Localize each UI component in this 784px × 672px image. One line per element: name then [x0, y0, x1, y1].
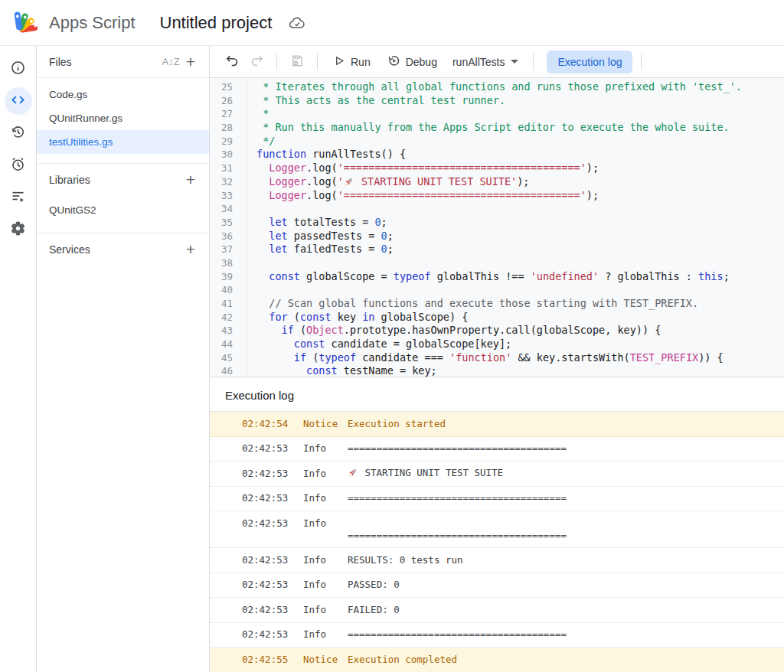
log-message: ======================================: [348, 492, 784, 504]
code-line[interactable]: 37 let failedTests = 0;: [210, 243, 784, 256]
run-button-label: Run: [351, 56, 371, 68]
code-line-content: *: [247, 107, 784, 121]
log-message: PASSED: 0: [348, 579, 784, 591]
save-lock-icon: [290, 54, 305, 70]
code-line-content: [247, 202, 784, 216]
file-item[interactable]: Code.gs: [37, 83, 209, 106]
log-type: Info: [303, 517, 348, 530]
log-message: ======================================: [348, 442, 784, 455]
log-timestamp: 02:42:53: [242, 628, 303, 641]
line-number: 26: [210, 94, 247, 108]
line-number: 40: [210, 283, 247, 297]
log-row: 02:42:53InfoFAILED: 0: [210, 598, 784, 623]
code-line[interactable]: 29 */: [210, 135, 784, 148]
overview-info-button[interactable]: [5, 55, 32, 83]
debug-button[interactable]: Debug: [380, 51, 445, 73]
log-row: 02:42:53Info ===========================…: [210, 511, 784, 548]
log-type: Info: [303, 628, 348, 641]
code-line-content: Logger.log(' STARTING UNIT TEST SUITE');: [247, 175, 784, 189]
left-icon-rail: [0, 46, 37, 672]
code-line[interactable]: 32 Logger.log(' STARTING UNIT TEST SUITE…: [210, 175, 784, 189]
execution-log-button[interactable]: Execution log: [547, 51, 632, 73]
code-line-content: Logger.log('============================…: [247, 189, 784, 203]
undo-button[interactable]: [220, 51, 243, 73]
run-play-icon: [334, 55, 345, 69]
code-line[interactable]: 46 const testName = key;: [210, 364, 784, 377]
log-timestamp: 02:42:53: [242, 604, 303, 616]
code-line[interactable]: 39 const globalScope = typeof globalThis…: [210, 270, 784, 284]
log-row: 02:42:55NoticeExecution completed: [210, 648, 784, 672]
triggers-button[interactable]: [5, 152, 32, 179]
function-selector-value: runAllTests: [452, 56, 505, 68]
line-number: 43: [210, 324, 247, 338]
log-type: Info: [303, 468, 348, 480]
code-line[interactable]: 44 const candidate = globalScope[key];: [210, 338, 784, 351]
code-line[interactable]: 26 * This acts as the central test runne…: [210, 94, 784, 108]
code-editor[interactable]: 25 * Iterates through all global functio…: [210, 78, 784, 377]
code-line-content: Logger.log('============================…: [247, 161, 784, 175]
code-line-content: */: [247, 135, 784, 148]
code-line[interactable]: 30function runAllTests() {: [210, 148, 784, 161]
code-line[interactable]: 40: [210, 283, 784, 297]
project-history-button[interactable]: [5, 119, 32, 147]
log-row: 02:42:53InfoRESULTS: 0 tests run: [210, 548, 784, 573]
log-timestamp: 02:42:55: [242, 654, 303, 666]
execution-log-panel: Execution log 02:42:54NoticeExecution st…: [210, 377, 784, 672]
executions-button[interactable]: [5, 184, 32, 211]
apps-script-logo: [12, 7, 41, 39]
code-line[interactable]: 27 *: [210, 107, 784, 121]
file-item[interactable]: testUtilities.gs: [37, 130, 209, 154]
log-type: Notice: [303, 654, 348, 666]
rocket-icon: [348, 468, 358, 481]
log-message: Execution completed: [348, 654, 784, 666]
redo-button[interactable]: [245, 51, 268, 73]
editor-nav-button[interactable]: [5, 87, 32, 115]
log-message: RESULTS: 0 tests run: [348, 554, 784, 566]
sort-files-icon[interactable]: A↕Z: [159, 54, 183, 69]
log-row: 02:42:53InfoPASSED: 0: [210, 573, 784, 599]
code-line[interactable]: 43 if (Object.prototype.hasOwnProperty.c…: [210, 324, 784, 338]
code-line[interactable]: 33 Logger.log('=========================…: [210, 189, 784, 203]
file-item[interactable]: QUnitRunner.gs: [37, 106, 209, 130]
run-button[interactable]: Run: [326, 51, 378, 73]
code-line-content: const globalScope = typeof globalThis !=…: [247, 270, 784, 284]
debug-icon: [387, 54, 400, 70]
library-item[interactable]: QUnitGS2: [37, 198, 209, 222]
line-number: 42: [210, 311, 247, 325]
log-type: Info: [303, 554, 348, 566]
log-timestamp: 02:42:53: [242, 442, 303, 455]
code-line-content: [247, 256, 784, 270]
log-rows: 02:42:54NoticeExecution started02:42:53I…: [210, 412, 784, 672]
code-line[interactable]: 42 for (const key in globalScope) {: [210, 311, 784, 325]
code-line[interactable]: 34: [210, 202, 784, 216]
code-line-content: if (typeof candidate === 'function' && k…: [247, 351, 784, 365]
code-line[interactable]: 28 * Run this manually from the Apps Scr…: [210, 121, 784, 135]
line-number: 33: [210, 189, 247, 203]
code-line[interactable]: 41 // Scan global functions and execute …: [210, 297, 784, 311]
app-name: Apps Script: [49, 13, 136, 33]
code-line-content: if (Object.prototype.hasOwnProperty.call…: [247, 324, 784, 338]
code-line-content: const candidate = globalScope[key];: [247, 338, 784, 351]
save-button-disabled[interactable]: [286, 51, 309, 73]
log-row: 02:42:53Info STARTING UNIT TEST SUITE: [210, 462, 784, 487]
code-line[interactable]: 38: [210, 256, 784, 270]
code-line[interactable]: 45 if (typeof candidate === 'function' &…: [210, 351, 784, 365]
top-header: Apps Script Untitled project: [0, 0, 784, 46]
project-title[interactable]: Untitled project: [160, 13, 273, 33]
code-line[interactable]: 36 let passedTests = 0;: [210, 230, 784, 243]
project-settings-button[interactable]: [5, 216, 32, 243]
log-row: 02:42:53Info============================…: [210, 487, 784, 512]
code-line-content: * This acts as the central test runner.: [247, 94, 784, 108]
log-message: ======================================: [348, 517, 784, 542]
code-line[interactable]: 25 * Iterates through all global functio…: [210, 80, 784, 94]
add-service-button[interactable]: +: [183, 241, 198, 258]
code-line[interactable]: 31 Logger.log('=========================…: [210, 161, 784, 175]
log-row: 02:42:53Info============================…: [210, 623, 784, 648]
add-library-button[interactable]: +: [183, 171, 198, 188]
line-number: 37: [210, 243, 247, 256]
function-selector[interactable]: runAllTests: [446, 52, 524, 72]
add-file-button[interactable]: +: [183, 54, 198, 70]
log-timestamp: 02:42:53: [242, 579, 303, 591]
code-line[interactable]: 35 let totalTests = 0;: [210, 216, 784, 230]
line-number: 35: [210, 216, 247, 230]
